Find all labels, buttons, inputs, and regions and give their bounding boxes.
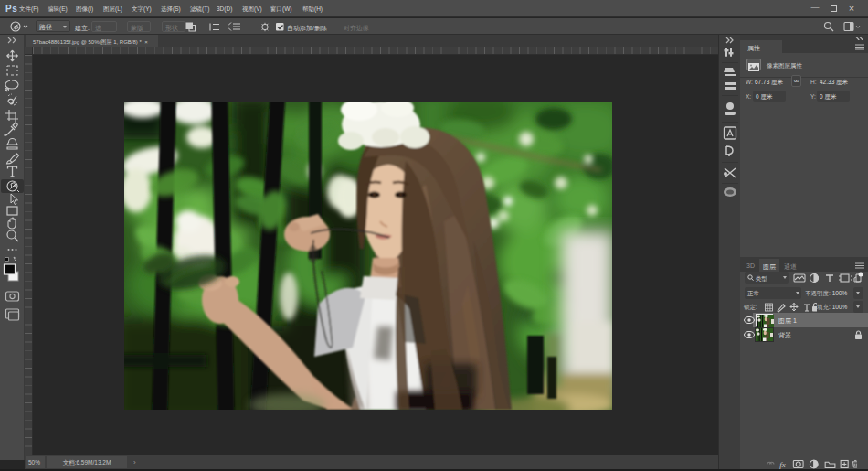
svg-text:fx: fx	[779, 460, 785, 469]
